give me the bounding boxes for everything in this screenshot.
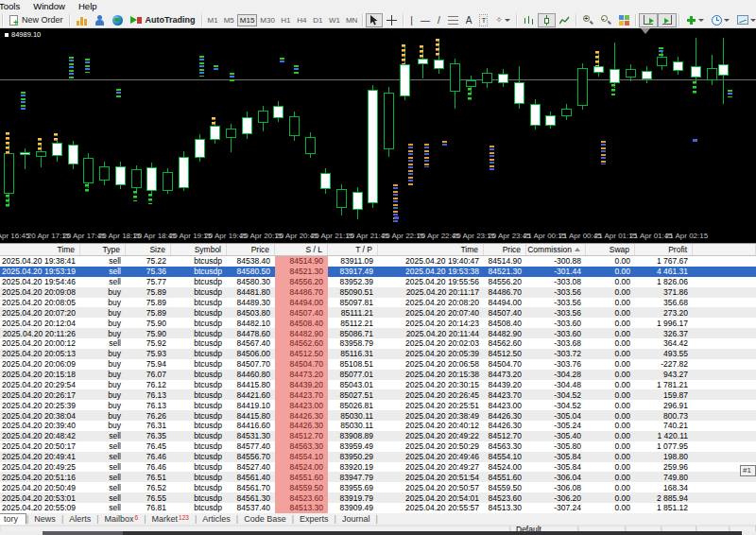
shapes-dropdown-button[interactable]: ✧ [491,13,514,27]
table-row[interactable]: 2025.04.20 20:25:39buy76.13btcusdp84419.… [0,400,756,410]
indicators-dropdown-button[interactable] [682,13,708,27]
timeframe-button-m15[interactable]: M15 [237,14,258,26]
candle-bear [466,80,476,87]
table-row[interactable]: 2025.04.20 20:39:40buy76.31btcusdp84416.… [0,421,756,431]
periods-dropdown-button[interactable] [708,13,733,27]
templates-dropdown-button[interactable] [733,13,756,27]
cell-time: 2025.04.20 20:54:01 [378,492,484,503]
column-header-swap[interactable]: Swap [586,244,635,255]
column-header-tp[interactable]: T / P [328,244,378,255]
zoom-in-button[interactable]: + [579,13,597,27]
candlestick-chart-button[interactable] [538,13,556,27]
cell-size: 76.52 [126,482,171,492]
horizontal-line-button[interactable]: — [417,13,434,27]
table-row[interactable]: 2025.04.20 20:05:13buy75.93btcusdp84506.… [0,349,756,359]
timeframe-button-h4[interactable]: H4 [294,14,310,26]
timeframe-button-m5[interactable]: M5 [221,14,237,26]
timeframe-button-d1[interactable]: D1 [310,14,326,26]
column-header-type[interactable]: Type [80,244,126,255]
timeframe-button-m1[interactable]: M1 [205,14,221,26]
tab-market[interactable]: Market123 [146,514,195,524]
table-row[interactable]: 2025.04.20 20:12:04buy75.90btcusdp84482.… [0,318,756,328]
table-row[interactable]: 2025.04.20 20:29:54buy76.12btcusdp84415.… [0,380,756,390]
cell-profit: 168.34 [635,482,693,492]
auto-scroll-button[interactable] [639,13,658,27]
column-header-price[interactable]: Price [484,244,526,255]
table-row[interactable]: 2025.04.20 20:55:09sell76.81btcusdp84537… [0,503,756,513]
tab-tory[interactable]: tory [0,513,26,525]
column-header-size[interactable]: Size [126,244,171,255]
chart-shift-button[interactable] [658,13,677,27]
timeframe-button-h1[interactable]: H1 [278,14,294,26]
vertical-line-button[interactable]: | [406,13,417,27]
cell-price: 84507.70 [227,359,275,370]
cell-symbol: btcusdp [171,349,227,359]
column-header-blank[interactable] [693,244,756,255]
tile-windows-button[interactable] [615,13,633,27]
table-row[interactable]: 2025.04.20 19:53:19sell75.36btcusdp84580… [0,267,756,277]
table-row[interactable]: 2025.04.20 20:51:16sell76.51btcusdp84561… [0,472,756,482]
column-header-profit[interactable]: Profit [635,244,693,255]
new-order-button[interactable]: + New Order [6,13,67,27]
navigator-button[interactable] [109,13,127,27]
tab-alerts[interactable]: Alerts [63,514,96,524]
table-row[interactable]: 2025.04.20 20:11:26buy75.90btcusdp84478.… [0,328,756,338]
column-header-commission[interactable]: Commission [526,244,586,255]
table-row[interactable]: 2025.04.20 20:00:12sell75.92btcusdp84567… [0,338,756,349]
trendline-button[interactable]: / [434,13,444,27]
table-row[interactable]: 2025.04.20 20:53:01sell76.55btcusdp84561… [0,492,756,503]
column-header-sl[interactable]: S / L [275,244,328,255]
tab-journal[interactable]: Journal [336,514,376,524]
table-row[interactable]: 2025.04.20 20:07:20buy75.89btcusdp84503.… [0,307,756,318]
fibonacci-button[interactable] [444,13,462,27]
market-watch-button[interactable] [91,13,109,27]
toolbar-separator [362,14,364,26]
timeframe-button-mn[interactable]: MN [343,14,360,26]
column-header-time[interactable]: Time [0,244,80,255]
tab-experts[interactable]: Experts [294,514,335,524]
table-row[interactable]: 2025.04.20 20:09:08buy75.89btcusdp84481.… [0,287,756,298]
cell-symbol: btcusdp [171,328,227,338]
chart-shift-marker[interactable] [641,28,650,34]
table-row[interactable]: 2025.04.20 20:08:05buy75.89btcusdp84489.… [0,298,756,308]
line-chart-button[interactable] [556,13,574,27]
table-row[interactable]: 2025.04.20 20:49:41sell76.46btcusdp84556… [0,452,756,462]
chart-area[interactable]: 84989.10 Apr 16:4520 Apr 17:1520 Apr 17:… [0,28,756,243]
menu-item-window[interactable]: Window [26,1,72,11]
table-row[interactable]: 2025.04.20 20:15:18buy76.07btcusdp84460.… [0,370,756,380]
menu-item-help[interactable]: Help [72,1,104,11]
label-button[interactable]: T [475,13,491,27]
table-row[interactable]: 2025.04.20 19:38:41sell75.22btcusdp84538… [0,256,756,267]
crosshair-button[interactable] [383,13,401,27]
tab-mailbox[interactable]: Mailbox6 [99,514,145,524]
table-row[interactable]: 2025.04.20 20:26:17buy76.13btcusdp84421.… [0,389,756,400]
cursor-button[interactable] [366,13,383,27]
column-header-price[interactable]: Price [227,244,275,255]
table-row[interactable]: 2025.04.20 20:49:25sell76.46btcusdp84527… [0,462,756,473]
table-row[interactable]: 2025.04.20 20:48:42sell76.35btcusdp84531… [0,431,756,441]
column-header-time[interactable]: Time [378,244,484,255]
table-row[interactable]: 2025.04.20 20:50:49sell76.52btcusdp84561… [0,482,756,492]
chart-profile-button[interactable] [73,13,91,27]
toolbar-separator [403,14,404,26]
table-row[interactable]: 2025.04.20 20:38:04buy76.26btcusdp84415.… [0,410,756,421]
column-header-symbol[interactable]: Symbol [171,244,227,255]
timeframe-button-m30[interactable]: M30 [257,14,278,26]
cell-symbol: btcusdp [171,298,227,308]
tab-articles[interactable]: Articles [197,514,236,524]
cell-size: 75.90 [126,328,171,338]
cell-price: 84551.60 [484,472,526,482]
text-button[interactable]: A [462,13,476,27]
timeframe-button-w1[interactable]: W1 [326,14,343,26]
bar-chart-button[interactable] [520,13,538,27]
table-row[interactable]: 2025.04.20 19:54:46sell75.77btcusdp84580… [0,277,756,287]
cell-time: 2025.04.20 20:12:04 [0,318,80,328]
zoom-out-button[interactable]: - [597,13,615,27]
cell-sl: 84508.40 [275,318,328,328]
tab-code-base[interactable]: Code Base [238,514,292,524]
menu-item-tools[interactable]: Tools [0,1,26,11]
autotrading-button[interactable]: AutoTrading [127,13,199,27]
table-row[interactable]: 2025.04.20 20:06:09buy75.94btcusdp84507.… [0,359,756,370]
table-row[interactable]: 2025.04.20 20:50:17sell76.45btcusdp84577… [0,441,756,452]
tab-news[interactable]: News [28,514,61,524]
